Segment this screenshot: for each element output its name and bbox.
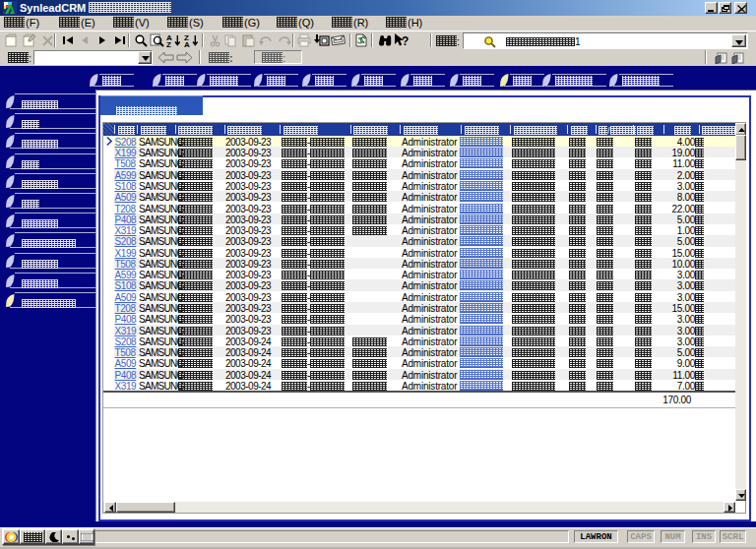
svg-text:Z: Z (166, 40, 171, 47)
svg-text:?: ? (402, 34, 409, 47)
svg-text:A: A (184, 40, 190, 47)
